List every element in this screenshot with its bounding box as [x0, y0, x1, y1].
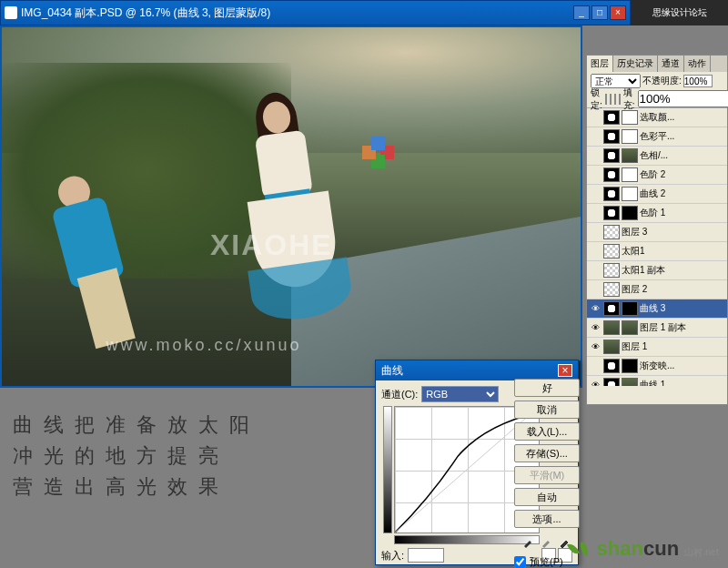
lock-label: 锁定: — [591, 86, 602, 112]
watermark-2: www.moko.cc/xunuo — [106, 336, 301, 355]
layer-name-label: 色彩平... — [640, 130, 674, 143]
preview-label: 预览(P) — [530, 555, 563, 568]
instruction-line-1: 曲线把准备放太阳 — [13, 410, 260, 441]
visibility-eye-icon[interactable]: 👁 — [589, 340, 602, 353]
lock-all-icon[interactable] — [619, 94, 621, 105]
lock-move-icon[interactable] — [614, 94, 616, 105]
opacity-field[interactable] — [683, 75, 713, 87]
layers-list[interactable]: 选取颜...色彩平...色相/...色阶 2曲线 2色阶 1图层 3太阳1太阳1… — [587, 108, 727, 386]
cancel-button[interactable]: 取消 — [514, 401, 580, 419]
fill-field[interactable] — [638, 90, 728, 107]
tab-layers[interactable]: 图层 — [587, 56, 613, 72]
gray-eyedropper-icon[interactable] — [541, 535, 553, 548]
visibility-eye-icon[interactable]: 👁 — [589, 321, 602, 334]
load-button[interactable]: 载入(L)... — [514, 422, 580, 441]
layer-row[interactable]: 曲线 2 — [587, 185, 727, 204]
visibility-eye-icon[interactable]: 👁 — [589, 379, 602, 386]
visibility-eye-icon[interactable] — [589, 130, 602, 143]
visibility-eye-icon[interactable] — [589, 283, 602, 296]
layers-panel: 图层 历史记录 通道 动作 正常 不透明度: 锁定: 填充: 选取颜...色彩平… — [586, 55, 728, 405]
mask-thumb — [622, 129, 638, 144]
lock-trans-icon[interactable] — [605, 94, 607, 105]
visibility-eye-icon[interactable]: 👁 — [589, 302, 602, 315]
photoshop-icon — [5, 6, 17, 19]
document-title: IMG_0434 副本.PSD @ 16.7% (曲线 3, 图层蒙版/8) — [21, 5, 573, 21]
tab-actions[interactable]: 动作 — [684, 56, 711, 72]
visibility-eye-icon[interactable] — [589, 264, 602, 277]
input-label: 输入: — [381, 549, 404, 563]
mask-thumb — [622, 167, 638, 182]
layer-name-label: 曲线 1 — [640, 379, 665, 386]
layer-row[interactable]: 太阳1 副本 — [587, 261, 727, 280]
auto-button[interactable]: 自动 — [514, 488, 580, 506]
instruction-line-3: 营造出高光效果 — [13, 472, 260, 502]
visibility-eye-icon[interactable] — [589, 207, 602, 219]
layer-name-label: 曲线 2 — [640, 188, 665, 200]
layer-row[interactable]: 渐变映... — [587, 357, 727, 376]
preview-checkbox[interactable] — [514, 556, 526, 568]
logo-text-2: cun — [643, 537, 679, 560]
instruction-line-2: 冲光的地方提亮 — [13, 441, 260, 472]
mask-thumb — [622, 359, 638, 373]
layer-thumb — [603, 359, 620, 373]
visibility-eye-icon[interactable] — [589, 360, 602, 372]
layer-thumb — [603, 206, 620, 220]
layer-name-label: 太阳1 — [622, 245, 645, 258]
opacity-label: 不透明度: — [642, 75, 682, 87]
layer-row[interactable]: 选取颜... — [587, 108, 727, 127]
visibility-eye-icon[interactable] — [589, 226, 602, 238]
black-eyedropper-icon[interactable] — [522, 535, 535, 548]
logo-sub: 山村.net — [684, 547, 719, 557]
layer-row[interactable]: 图层 3 — [587, 223, 727, 242]
mask-thumb — [622, 148, 638, 163]
maximize-button[interactable]: □ — [592, 5, 608, 20]
pinwheel-icon — [360, 135, 397, 171]
layer-name-label: 渐变映... — [640, 360, 674, 372]
layer-row[interactable]: 图层 2 — [587, 280, 727, 299]
layer-row[interactable]: 👁图层 1 — [587, 338, 727, 357]
layer-row[interactable]: 色彩平... — [587, 127, 727, 147]
document-canvas[interactable]: XIAOHE www.moko.cc/xunuo — [0, 25, 582, 388]
mask-thumb — [622, 378, 638, 386]
layer-name-label: 色阶 1 — [640, 207, 665, 219]
shancun-logo: shancun 山村.net — [569, 537, 719, 561]
channel-select[interactable]: RGB — [421, 386, 499, 402]
mask-thumb — [622, 320, 638, 335]
watermark-1: XIAOHE — [210, 228, 333, 262]
layer-row[interactable]: 太阳1 — [587, 242, 727, 261]
layer-row[interactable]: 👁图层 1 副本 — [587, 319, 727, 338]
lock-paint-icon[interactable] — [610, 94, 612, 105]
layer-thumb — [603, 263, 620, 278]
layer-name-label: 色阶 2 — [640, 168, 665, 181]
layer-row[interactable]: 色相/... — [587, 147, 727, 166]
dialog-title: 曲线 — [381, 363, 403, 379]
ok-button[interactable]: 好 — [514, 379, 580, 397]
layer-row[interactable]: 色阶 1 — [587, 204, 727, 223]
layer-thumb — [603, 340, 620, 354]
tab-history[interactable]: 历史记录 — [613, 56, 658, 72]
save-button[interactable]: 存储(S)... — [514, 444, 580, 462]
visibility-eye-icon[interactable] — [589, 245, 602, 258]
layer-thumb — [603, 148, 620, 163]
layer-name-label: 选取颜... — [640, 111, 674, 124]
dialog-close-button[interactable]: × — [558, 364, 572, 377]
visibility-eye-icon[interactable] — [589, 111, 602, 124]
layer-row[interactable]: 👁曲线 1 — [587, 376, 727, 386]
minimize-button[interactable]: _ — [573, 5, 590, 20]
layer-thumb — [603, 301, 620, 316]
layer-row[interactable]: 色阶 2 — [587, 166, 727, 185]
options-button[interactable]: 选项... — [514, 510, 580, 528]
tab-channels[interactable]: 通道 — [658, 56, 684, 72]
fill-label: 填充: — [623, 86, 635, 112]
leaf-icon — [567, 542, 580, 557]
visibility-eye-icon[interactable] — [589, 168, 602, 181]
close-button[interactable]: × — [610, 5, 626, 20]
visibility-eye-icon[interactable] — [589, 149, 602, 162]
logo-text-1: shan — [597, 537, 643, 560]
layer-thumb — [603, 225, 620, 239]
visibility-eye-icon[interactable] — [589, 188, 602, 200]
input-value-field[interactable] — [408, 548, 444, 563]
layer-row[interactable]: 👁曲线 3 — [587, 299, 727, 319]
dialog-titlebar[interactable]: 曲线 × — [376, 360, 578, 380]
layer-name-label: 曲线 3 — [640, 302, 665, 315]
